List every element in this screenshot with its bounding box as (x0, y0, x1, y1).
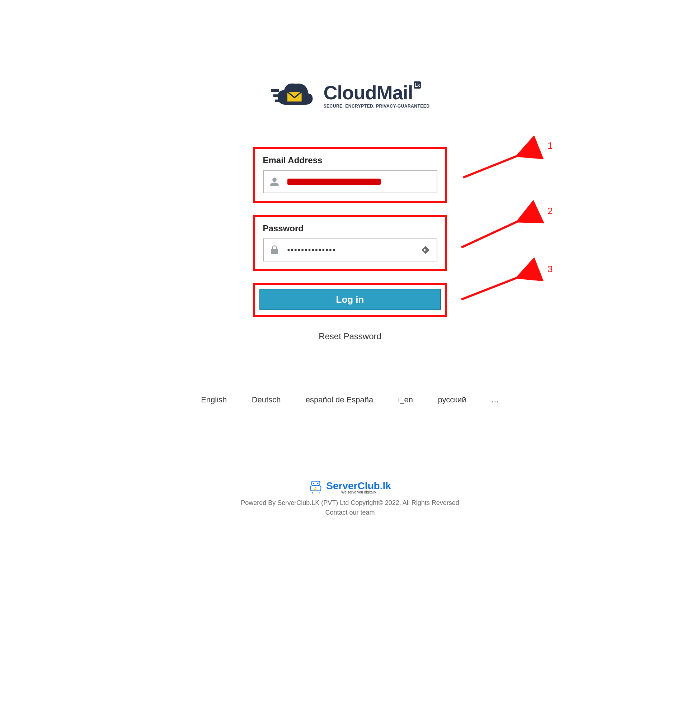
email-field-group: Email Address 1 (253, 147, 447, 203)
lang-deutsch[interactable]: Deutsch (252, 395, 281, 404)
footer-contact-link[interactable]: Contact our team (325, 509, 375, 516)
svg-line-4 (463, 149, 535, 178)
lang-espanol[interactable]: español de España (306, 395, 373, 404)
annotation-1: 1 (548, 140, 552, 151)
svg-rect-3 (275, 100, 279, 102)
svg-rect-2 (273, 94, 279, 97)
lang-i-en[interactable]: i_en (398, 395, 413, 404)
annotation-2: 2 (548, 205, 552, 217)
lock-icon (269, 245, 279, 255)
svg-point-5 (423, 249, 425, 251)
reset-password-link[interactable]: Reset Password (160, 331, 540, 341)
password-label: Password (263, 224, 437, 234)
annotation-3: 3 (548, 264, 552, 275)
lang-more[interactable]: … (491, 395, 499, 404)
svg-rect-1 (271, 89, 279, 92)
cloudmail-logo-icon (270, 79, 317, 111)
brand-tagline: SECURE, ENCRYPTED, PRIVACY-GUARANTEED (324, 104, 430, 109)
footer-copyright: Powered By ServerClub.LK (PVT) Ltd Copyr… (160, 499, 540, 507)
brand-name: CloudMail (324, 82, 413, 103)
lang-english[interactable]: English (201, 395, 227, 404)
svg-rect-8 (312, 481, 320, 485)
svg-line-6 (461, 213, 535, 247)
svg-point-10 (317, 483, 319, 484)
email-value-redacted (287, 179, 381, 185)
email-label: Email Address (263, 155, 437, 165)
lang-russian[interactable]: русский (438, 395, 466, 404)
footer-brand-name: ServerClub.lk (326, 480, 391, 491)
language-selector-row: English Deutsch español de España i_en р… (189, 395, 512, 404)
password-field-group: Password •••••••••••••• 2 (253, 215, 447, 271)
brand-badge: Lk (414, 81, 421, 88)
brand-logo: CloudMailLk SECURE, ENCRYPTED, PRIVACY-G… (160, 79, 540, 111)
password-input-wrap[interactable]: •••••••••••••• (263, 238, 437, 261)
reveal-password-icon[interactable] (420, 244, 431, 255)
login-button-group: Log in 3 (253, 283, 447, 317)
user-icon (269, 177, 279, 187)
password-value: •••••••••••••• (287, 245, 420, 255)
svg-point-9 (313, 483, 315, 484)
svg-line-7 (461, 271, 535, 299)
email-input-wrap[interactable] (263, 170, 437, 193)
serverclub-icon (309, 480, 323, 494)
login-button[interactable]: Log in (259, 289, 441, 310)
footer-logo: ServerClub.lk We serve you digitally (309, 480, 391, 494)
